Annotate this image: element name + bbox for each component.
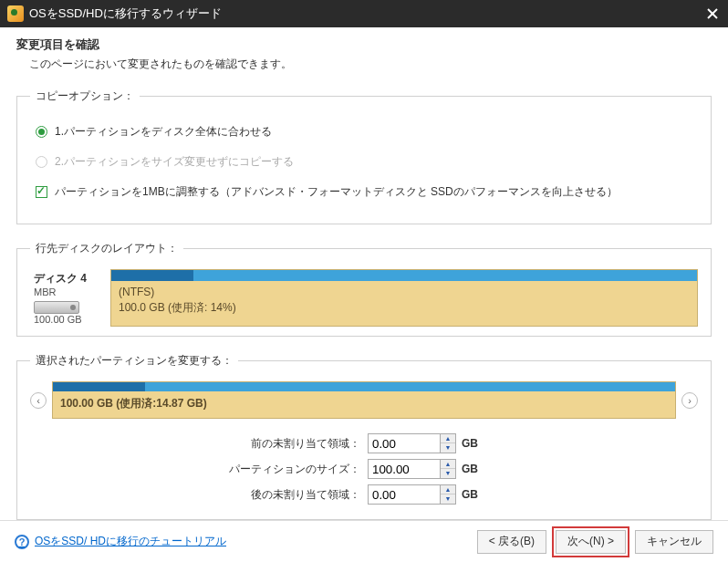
- unit-label: GB: [462, 437, 478, 450]
- copy-option-fit[interactable]: 1.パーティションをディスク全体に合わせる: [36, 124, 698, 140]
- after-unalloc-input[interactable]: [368, 484, 441, 505]
- partition-detail: 100.0 GB (使用済: 14%): [119, 301, 236, 314]
- resize-left-arrow[interactable]: ‹: [30, 392, 47, 409]
- selected-partition-group: 選択されたパーティションを変更する： ‹ 100.00 GB (使用済:14.8…: [16, 353, 712, 520]
- destination-legend: 行先ディスクのレイアウト：: [30, 241, 183, 256]
- disk-info: ディスク 4 MBR 100.00 GB: [30, 269, 110, 327]
- before-unalloc-input[interactable]: [368, 433, 441, 453]
- next-button[interactable]: 次へ(N) >: [556, 530, 626, 554]
- before-unalloc-spin[interactable]: ▲▼: [441, 433, 456, 453]
- copy-option-fit-label: 1.パーティションをディスク全体に合わせる: [55, 124, 272, 140]
- selected-usage-bar: [53, 382, 675, 391]
- app-icon: [7, 5, 24, 22]
- disk-icon: [34, 301, 79, 314]
- selected-partition-detail: 100.00 GB (使用済:14.87 GB): [53, 391, 675, 418]
- partition-label: (NTFS) 100.0 GB (使用済: 14%): [111, 281, 697, 321]
- after-unalloc-label: 後の未割り当て領域：: [30, 487, 368, 503]
- unit-label: GB: [462, 463, 478, 475]
- partition-size-input[interactable]: [368, 459, 441, 479]
- partition-size-label: パーティションのサイズ：: [30, 462, 368, 477]
- partition-fs: (NTFS): [119, 286, 154, 298]
- copy-option-noresize[interactable]: 2.パーティションをサイズ変更せずにコピーする: [36, 154, 698, 170]
- copy-options-group: コピーオプション： 1.パーティションをディスク全体に合わせる 2.パーティショ…: [16, 88, 712, 224]
- copy-options-legend: コピーオプション：: [30, 88, 140, 104]
- align-1mb-checkbox[interactable]: [36, 186, 47, 198]
- align-1mb-label: パーティションを1MBに調整する（アドバンスド・フォーマットディスクと SSDの…: [55, 184, 618, 200]
- close-icon[interactable]: [704, 5, 721, 22]
- copy-option-noresize-radio: [36, 156, 47, 168]
- selected-partition[interactable]: 100.00 GB (使用済:14.87 GB): [52, 381, 676, 419]
- cancel-button[interactable]: キャンセル: [635, 530, 713, 554]
- align-1mb[interactable]: パーティションを1MBに調整する（アドバンスド・フォーマットディスクと SSDの…: [36, 184, 698, 200]
- disk-name: ディスク 4: [34, 271, 107, 286]
- resize-right-arrow[interactable]: ›: [681, 392, 698, 409]
- back-button[interactable]: < 戻る(B): [477, 530, 546, 554]
- after-unalloc-spin[interactable]: ▲▼: [441, 484, 456, 505]
- help-link[interactable]: ? OSをSSD/ HDに移行のチュートリアル: [15, 534, 226, 549]
- disk-scheme: MBR: [34, 286, 107, 297]
- disk-size: 100.00 GB: [34, 314, 107, 325]
- partition-size-spin[interactable]: ▲▼: [441, 459, 456, 479]
- titlebar: OSをSSD/HDに移行するウィザード: [0, 0, 728, 27]
- partition-usage-bar: [111, 270, 697, 281]
- help-link-text: OSをSSD/ HDに移行のチュートリアル: [35, 534, 226, 549]
- copy-option-fit-radio[interactable]: [36, 126, 47, 138]
- unit-label: GB: [462, 488, 478, 501]
- destination-group: 行先ディスクのレイアウト： ディスク 4 MBR 100.00 GB (NTFS…: [16, 241, 712, 337]
- destination-partition[interactable]: (NTFS) 100.0 GB (使用済: 14%): [110, 269, 698, 327]
- next-button-highlight: 次へ(N) >: [552, 526, 629, 557]
- before-unalloc-label: 前の未割り当て領域：: [30, 436, 368, 452]
- page-subheading: このページにおいて変更されたものを確認できます。: [16, 57, 712, 72]
- page-heading: 変更項目を確認: [16, 36, 712, 53]
- window-title: OSをSSD/HDに移行するウィザード: [29, 5, 704, 22]
- copy-option-noresize-label: 2.パーティションをサイズ変更せずにコピーする: [55, 154, 294, 170]
- footer: ? OSをSSD/ HDに移行のチュートリアル < 戻る(B) 次へ(N) > …: [0, 520, 728, 562]
- destination-disk-row: ディスク 4 MBR 100.00 GB (NTFS) 100.0 GB (使用…: [30, 269, 698, 327]
- help-icon: ?: [15, 535, 29, 549]
- header: 変更項目を確認 このページにおいて変更されたものを確認できます。: [0, 27, 728, 88]
- selected-partition-legend: 選択されたパーティションを変更する：: [30, 353, 238, 369]
- size-inputs: 前の未割り当て領域： ▲▼ GB パーティションのサイズ： ▲▼ GB 後の未割…: [30, 433, 698, 505]
